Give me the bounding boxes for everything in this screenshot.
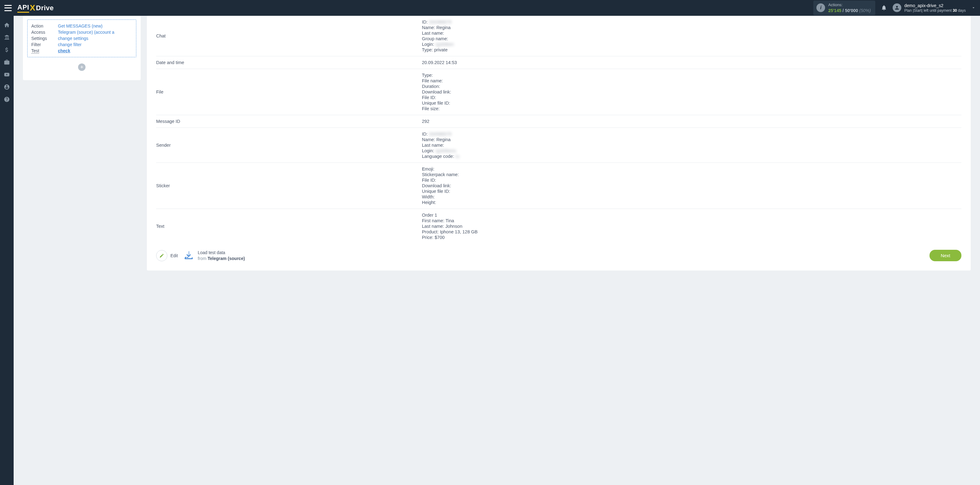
field-value: ID: 334386879Name: ReginaLast name:Group… bbox=[422, 19, 961, 52]
info-icon: i bbox=[816, 3, 825, 12]
config-label: Action bbox=[31, 24, 58, 29]
load-title: Load test data bbox=[198, 250, 245, 255]
sidebar-item-help[interactable] bbox=[0, 93, 14, 106]
table-row: Message ID292 bbox=[156, 115, 961, 128]
table-row: TextOrder 1First name: TinaLast name: Jo… bbox=[156, 209, 961, 244]
bell-icon[interactable] bbox=[881, 5, 887, 11]
pencil-icon bbox=[159, 253, 164, 258]
actions-counter[interactable]: i Actions: 25'145 / 50'000 (50%) bbox=[813, 1, 875, 15]
field-name: Sticker bbox=[156, 166, 422, 205]
edit-button[interactable]: Edit bbox=[156, 250, 178, 261]
field-value: 292 bbox=[422, 119, 961, 124]
field-name: Text bbox=[156, 212, 422, 240]
config-label: Access bbox=[31, 30, 58, 35]
field-value: Order 1First name: TinaLast name: Johnso… bbox=[422, 212, 961, 240]
download-icon bbox=[183, 250, 194, 261]
hamburger-icon[interactable] bbox=[4, 5, 12, 11]
table-row: FileType:File name:Duration:Download lin… bbox=[156, 69, 961, 115]
edit-label: Edit bbox=[170, 253, 178, 258]
logo[interactable]: APIXDrive bbox=[18, 3, 54, 13]
add-step-button[interactable]: + bbox=[78, 63, 86, 71]
config-value[interactable]: change settings bbox=[58, 36, 88, 41]
field-name: Chat bbox=[156, 19, 422, 52]
field-value: 20.09.2022 14:53 bbox=[422, 60, 961, 65]
sidebar bbox=[0, 16, 14, 280]
config-row: Settingschange settings bbox=[31, 35, 132, 41]
table-row: ChatID: 334386879Name: ReginaLast name:G… bbox=[156, 16, 961, 56]
svg-rect-0 bbox=[185, 257, 186, 258]
config-value[interactable]: change filter bbox=[58, 42, 81, 47]
sidebar-item-account[interactable] bbox=[0, 81, 14, 93]
user-name: demo_apix-drive_s2 bbox=[904, 3, 966, 8]
test-data-table: ChatID: 334386879Name: ReginaLast name:G… bbox=[156, 16, 961, 244]
user-plan: Plan |Start| left until payment 30 days bbox=[904, 8, 966, 13]
actions-used: 25'145 bbox=[828, 8, 841, 13]
test-data-card: ChatID: 334386879Name: ReginaLast name:G… bbox=[147, 16, 971, 271]
config-row: AccessTelegram (source) (account a bbox=[31, 29, 132, 35]
field-name: File bbox=[156, 73, 422, 111]
sidebar-item-connections[interactable] bbox=[0, 31, 14, 44]
field-value: Type:File name:Duration:Download link:Fi… bbox=[422, 73, 961, 111]
sidebar-item-billing[interactable] bbox=[0, 44, 14, 56]
app-header: APIXDrive i Actions: 25'145 / 50'000 (50… bbox=[0, 0, 980, 16]
user-menu[interactable]: demo_apix-drive_s2 Plan |Start| left unt… bbox=[892, 3, 976, 13]
config-box: ActionGet MESSAGES (new)AccessTelegram (… bbox=[27, 19, 136, 57]
source-config-card: ActionGet MESSAGES (new)AccessTelegram (… bbox=[23, 16, 141, 80]
config-label: Filter bbox=[31, 42, 58, 47]
field-name: Message ID bbox=[156, 119, 422, 124]
sidebar-item-video[interactable] bbox=[0, 68, 14, 81]
next-button[interactable]: Next bbox=[929, 250, 961, 261]
sidebar-item-home[interactable] bbox=[0, 19, 14, 31]
config-row: Testcheck bbox=[31, 48, 132, 54]
table-row: StickerEmoji:Stickerpack name:File ID:Do… bbox=[156, 163, 961, 209]
config-row: ActionGet MESSAGES (new) bbox=[31, 23, 132, 29]
sidebar-item-briefcase[interactable] bbox=[0, 56, 14, 68]
svg-rect-1 bbox=[187, 257, 188, 258]
config-label: Settings bbox=[31, 36, 58, 41]
field-name: Sender bbox=[156, 131, 422, 159]
logo-suffix: Drive bbox=[36, 4, 54, 12]
config-value[interactable]: check bbox=[58, 48, 70, 53]
field-value: ID: 334586979Name: ReginaLast name:Login… bbox=[422, 131, 961, 159]
logo-x: X bbox=[30, 3, 35, 13]
config-value[interactable]: Get MESSAGES (new) bbox=[58, 24, 103, 29]
config-row: Filterchange filter bbox=[31, 41, 132, 48]
actions-pct: (50%) bbox=[859, 8, 871, 13]
field-value: Emoji:Stickerpack name:File ID:Download … bbox=[422, 166, 961, 205]
load-test-data-button[interactable]: Load test data from Telegram (source) bbox=[183, 250, 245, 261]
actions-label: Actions: bbox=[828, 3, 871, 8]
field-name: Date and time bbox=[156, 60, 422, 65]
table-row: SenderID: 334586979Name: ReginaLast name… bbox=[156, 128, 961, 163]
config-label: Test bbox=[31, 48, 58, 53]
actions-total: 50'000 bbox=[845, 8, 858, 13]
config-value[interactable]: Telegram (source) (account a bbox=[58, 30, 115, 35]
logo-prefix: API bbox=[18, 3, 29, 13]
chevron-down-icon bbox=[971, 6, 976, 10]
avatar-icon bbox=[892, 3, 901, 12]
table-row: Date and time20.09.2022 14:53 bbox=[156, 56, 961, 69]
